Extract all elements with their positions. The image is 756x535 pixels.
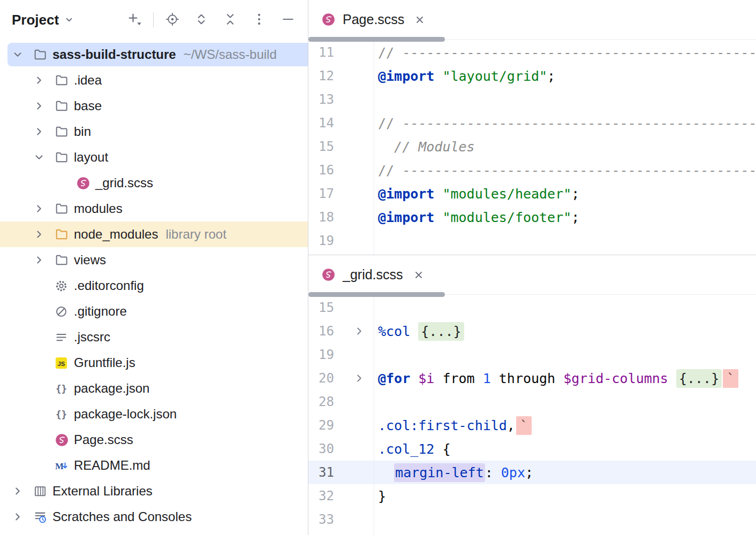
tree-item-page-scss[interactable]: Page.scss <box>0 427 308 453</box>
line-number: 32 <box>308 488 334 503</box>
tree-item-gitignore[interactable]: .gitignore <box>0 299 308 324</box>
line-number: 28 <box>308 394 334 409</box>
code-line-16[interactable]: 16%col {...} <box>308 319 756 343</box>
target-icon <box>165 12 180 28</box>
tree-item-idea[interactable]: .idea <box>0 67 308 93</box>
minus-icon <box>281 12 296 28</box>
gear-icon <box>55 279 74 293</box>
collapse-all-button[interactable] <box>218 8 243 32</box>
code-line-19[interactable]: 19 <box>308 343 756 366</box>
chevron-right-icon[interactable] <box>33 228 55 240</box>
line-number: 20 <box>308 371 334 386</box>
svg-text:{}: {} <box>56 383 67 394</box>
code-line-28[interactable]: 28 <box>308 390 756 414</box>
more-options-button[interactable] <box>247 8 271 32</box>
tree-item-package-json[interactable]: {}package.json <box>0 376 308 401</box>
tree-item-grid-scss[interactable]: _grid.scss <box>0 170 308 196</box>
code-line-19[interactable]: 19 <box>308 229 756 253</box>
tree-item-label: package-lock.json <box>74 407 177 422</box>
code-editor-grid-scss[interactable]: 1516%col {...}1920@for $i from 1 through… <box>308 295 756 535</box>
tree-item-external-libraries[interactable]: External Libraries <box>0 478 308 504</box>
code-text: // -------------------------------------… <box>374 116 756 131</box>
tree-item-jscsrc[interactable]: .jscsrc <box>0 324 308 350</box>
tree-item-views[interactable]: views <box>0 247 308 273</box>
chevron-down-icon[interactable] <box>33 151 55 163</box>
fold-arrow-icon[interactable] <box>334 372 374 384</box>
tree-item-sass-build-structure[interactable]: sass-build-structure~/WS/sass-build <box>0 42 308 67</box>
locate-file-button[interactable] <box>160 8 185 32</box>
chevron-right-icon[interactable] <box>33 74 55 86</box>
expand-all-button[interactable] <box>189 8 214 32</box>
close-tab-icon[interactable] <box>414 14 425 25</box>
code-line-16[interactable]: 16// -----------------------------------… <box>308 158 756 182</box>
folder-icon <box>55 125 74 139</box>
tree-item-label: .editorconfig <box>74 278 144 293</box>
add-button[interactable] <box>122 8 147 32</box>
code-text: @import "modules/footer"; <box>374 210 579 225</box>
code-line-32[interactable]: 32} <box>308 484 756 508</box>
code-line-11[interactable]: 11// -----------------------------------… <box>308 41 756 64</box>
hide-panel-button[interactable] <box>276 8 300 32</box>
tree-item-node-modules[interactable]: node_moduleslibrary root <box>0 221 308 247</box>
chevron-right-icon[interactable] <box>33 203 55 215</box>
tab-underline <box>308 292 445 297</box>
sass-file-icon <box>321 268 336 282</box>
tree-item-label: base <box>74 98 102 113</box>
fold-arrow-icon[interactable] <box>334 325 374 337</box>
code-line-30[interactable]: 30.col_12 { <box>308 437 756 461</box>
code-line-14[interactable]: 14// -----------------------------------… <box>308 111 756 135</box>
line-number: 15 <box>308 300 334 315</box>
tree-item-package-lock-json[interactable]: {}package-lock.json <box>0 401 308 427</box>
code-line-17[interactable]: 17@import "modules/header"; <box>308 182 756 205</box>
code-line-31[interactable]: 31 margin-left: 0px; <box>308 461 756 484</box>
code-line-20[interactable]: 20@for $i from 1 through $grid-columns {… <box>308 366 756 390</box>
tab-label: Page.scss <box>343 12 404 27</box>
tab-bar-top: Page.scss <box>308 0 756 40</box>
line-number: 30 <box>308 441 334 456</box>
chevron-right-icon[interactable] <box>33 100 55 112</box>
tree-item-editorconfig[interactable]: .editorconfig <box>0 273 308 299</box>
line-number: 31 <box>308 465 334 480</box>
tree-item-bin[interactable]: bin <box>0 119 308 144</box>
close-tab-icon[interactable] <box>413 270 424 280</box>
ignore-icon <box>55 305 74 318</box>
chevron-right-icon[interactable] <box>12 511 33 523</box>
ide-window: Project sass-build-structure~/WS/sass-bu… <box>0 0 756 535</box>
tree-item-label: .idea <box>74 73 102 88</box>
folder-icon <box>55 73 74 87</box>
chevron-right-icon[interactable] <box>33 254 55 266</box>
toolbar-divider <box>153 12 154 27</box>
project-tool-window: Project sass-build-structure~/WS/sass-bu… <box>0 0 308 535</box>
code-text: @import "layout/grid"; <box>374 68 555 84</box>
code-editor-page-scss[interactable]: 11// -----------------------------------… <box>308 40 756 255</box>
project-view-selector[interactable]: Project <box>12 12 74 28</box>
line-number: 11 <box>308 45 334 60</box>
chevron-right-icon[interactable] <box>12 485 33 497</box>
tree-item-scratches-and-consoles[interactable]: Scratches and Consoles <box>0 504 308 530</box>
line-number: 17 <box>308 186 334 201</box>
chevron-right-icon[interactable] <box>33 126 55 137</box>
js-icon: JS <box>55 356 74 370</box>
svg-text:M: M <box>55 461 64 471</box>
chevron-down-icon[interactable] <box>12 49 33 60</box>
code-line-29[interactable]: 29.col:first-child,` <box>308 414 756 437</box>
tree-item-label: layout <box>74 150 108 165</box>
code-line-15[interactable]: 15 // Modules <box>308 135 756 158</box>
collapse-icon <box>223 12 238 28</box>
tab-grid-scss[interactable]: _grid.scss <box>316 255 433 294</box>
code-line-13[interactable]: 13 <box>308 88 756 111</box>
tab-label: _grid.scss <box>343 267 403 282</box>
tree-item-readme-md[interactable]: MREADME.md <box>0 453 308 478</box>
code-line-18[interactable]: 18@import "modules/footer"; <box>308 205 756 229</box>
tab-page-scss[interactable]: Page.scss <box>316 0 434 39</box>
tree-item-layout[interactable]: layout <box>0 144 308 170</box>
code-line-15[interactable]: 15 <box>308 296 756 319</box>
code-line-33[interactable]: 33 <box>308 508 756 531</box>
tree-item-modules[interactable]: modules <box>0 196 308 221</box>
editor-split-bottom: _grid.scss 1516%col {...}1920@for $i fro… <box>308 255 756 535</box>
tree-item-gruntfile-js[interactable]: JSGruntfile.js <box>0 350 308 376</box>
code-line-12[interactable]: 12@import "layout/grid"; <box>308 64 756 88</box>
code-text: // -------------------------------------… <box>374 45 756 60</box>
tree-item-base[interactable]: base <box>0 93 308 119</box>
folder-orange-icon <box>55 227 74 241</box>
